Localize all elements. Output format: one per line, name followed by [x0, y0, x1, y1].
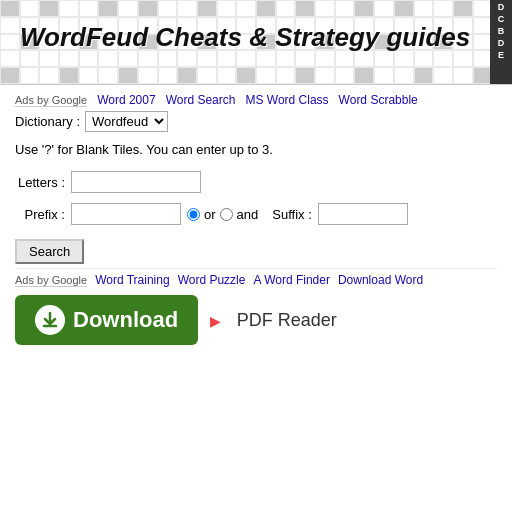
- main-content: Ads by Google Word 2007 Word Search MS W…: [0, 85, 512, 353]
- bottom-ad-a-word-finder[interactable]: A Word Finder: [253, 273, 329, 287]
- download-label: Download: [73, 307, 178, 333]
- bottom-ads-by-google: Ads by Google: [15, 274, 87, 287]
- ad-link-ms-word-class[interactable]: MS Word Class: [245, 93, 328, 107]
- header: WordFeud Cheats & Strategy guides D C B …: [0, 0, 512, 85]
- suffix-label: Suffix :: [272, 207, 312, 222]
- radio-and[interactable]: [220, 208, 233, 221]
- side-letters: D C B D E: [490, 0, 512, 84]
- prefix-suffix-row: Prefix : or and Suffix :: [15, 203, 497, 225]
- radio-or[interactable]: [187, 208, 200, 221]
- download-arrow-icon: [35, 305, 65, 335]
- letters-label: Letters :: [15, 175, 65, 190]
- radio-group: or and: [187, 207, 258, 222]
- prefix-label: Prefix :: [15, 207, 65, 222]
- top-ads-row: Ads by Google Word 2007 Word Search MS W…: [15, 93, 497, 107]
- bottom-ad-word-puzzle[interactable]: Word Puzzle: [178, 273, 246, 287]
- dictionary-row: Dictionary : Wordfeud English Spanish: [15, 111, 497, 132]
- site-title: WordFeud Cheats & Strategy guides: [0, 0, 512, 53]
- ads-by-google-label: Ads by Google: [15, 94, 87, 107]
- ad-link-word-scrabble[interactable]: Word Scrabble: [339, 93, 418, 107]
- download-section: Download ▶ PDF Reader: [15, 295, 497, 345]
- dictionary-label: Dictionary :: [15, 114, 80, 129]
- ad-link-word2007[interactable]: Word 2007: [97, 93, 155, 107]
- suffix-input[interactable]: [318, 203, 408, 225]
- bottom-ad-word-training[interactable]: Word Training: [95, 273, 169, 287]
- pdf-icon: ▶: [210, 313, 221, 329]
- pdf-reader-label: PDF Reader: [237, 310, 337, 330]
- letters-row: Letters :: [15, 171, 497, 193]
- prefix-input[interactable]: [71, 203, 181, 225]
- arrow-down-icon: [41, 311, 59, 329]
- dictionary-select[interactable]: Wordfeud English Spanish: [85, 111, 168, 132]
- info-text: Use '?' for Blank Tiles. You can enter u…: [15, 142, 497, 157]
- pdf-reader-section: ▶ PDF Reader: [210, 310, 337, 331]
- bottom-ad-download-word[interactable]: Download Word: [338, 273, 423, 287]
- radio-or-label: or: [204, 207, 216, 222]
- radio-and-label: and: [237, 207, 259, 222]
- search-button[interactable]: Search: [15, 239, 84, 264]
- download-button[interactable]: Download: [15, 295, 198, 345]
- letters-input[interactable]: [71, 171, 201, 193]
- ad-link-word-search[interactable]: Word Search: [166, 93, 236, 107]
- bottom-ads-row: Ads by Google Word Training Word Puzzle …: [15, 268, 497, 287]
